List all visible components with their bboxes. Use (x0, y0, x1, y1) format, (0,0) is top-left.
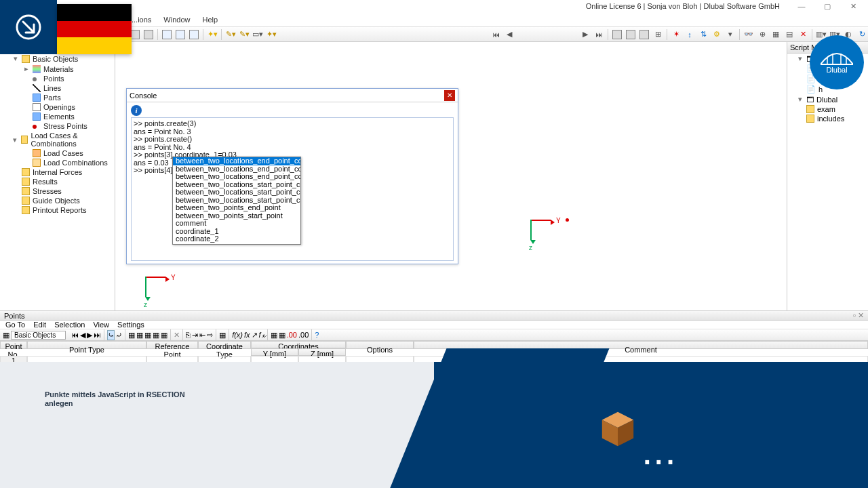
menu-item[interactable]: ...ions (129, 14, 154, 25)
autocomplete-item[interactable]: between_two_locations_end_point_coordina… (173, 173, 300, 181)
tree-parts[interactable]: Parts (0, 93, 115, 102)
toolbar-icon[interactable]: .00 (298, 331, 309, 339)
tree-basic-objects[interactable]: ▾Basic Objects (0, 54, 115, 64)
toolbar-icon[interactable]: ✶ (670, 28, 682, 41)
tree-materials[interactable]: ▸Materials (0, 64, 115, 74)
toolbar-icon[interactable] (611, 28, 623, 41)
delete-icon[interactable]: ✕ (174, 331, 180, 340)
tree-internal-forces[interactable]: Internal Forces (0, 167, 115, 177)
menu-view[interactable]: View (93, 321, 109, 329)
toolbar-icon[interactable]: ⤿ (107, 330, 115, 340)
toolbar-icon[interactable] (638, 28, 650, 41)
toolbar-icon[interactable]: ▦ (770, 28, 782, 41)
toolbar-icon[interactable]: ⚙ (711, 28, 723, 41)
nav-first-icon[interactable]: ⏮ (71, 331, 79, 339)
wand-icon[interactable]: ✦▾ (265, 28, 277, 41)
fx-icon[interactable]: f(x) (232, 331, 243, 339)
toolbar-icon[interactable]: ▦ (3, 331, 9, 340)
menu-settings[interactable]: Settings (117, 321, 144, 329)
toolbar-icon[interactable]: ▦ (144, 331, 151, 340)
toolbar-icon[interactable]: ↕ (684, 28, 696, 41)
autocomplete-item[interactable]: coordinate_1 (173, 228, 300, 236)
maximize-button[interactable]: ▢ (815, 0, 840, 12)
tree-elements[interactable]: Elements (0, 112, 115, 121)
toolbar-icon[interactable]: .00 (287, 331, 297, 339)
autocomplete-item[interactable]: between_two_locations_start_point_coordi… (173, 197, 300, 205)
toolbar-icon[interactable] (174, 28, 186, 41)
autocomplete-item[interactable]: coordinate_system (173, 243, 300, 245)
toolbar-icon[interactable]: ⇥ (192, 331, 198, 340)
toolbar-icon[interactable] (188, 28, 200, 41)
menu-selection[interactable]: Selection (54, 321, 85, 329)
toolbar-icon[interactable] (142, 28, 155, 41)
pencil-icon[interactable]: ✎▾ (238, 28, 250, 41)
nav-last-icon[interactable]: ⏭ (94, 331, 101, 339)
toolbar-icon[interactable]: ▦ (136, 331, 143, 340)
toolbar-icon[interactable]: ⊕ (756, 28, 768, 41)
toolbar-icon[interactable]: ▦ (219, 331, 226, 340)
menu-window[interactable]: Window (161, 14, 193, 25)
autocomplete-item[interactable]: between_two_locations_end_point_coordina… (173, 157, 300, 165)
model-viewport[interactable]: Y z Y z Console ✕ i >> points.create(3) … (115, 42, 787, 310)
console-close-button[interactable]: ✕ (444, 90, 455, 101)
tree-lcc[interactable]: ▾Load Cases & Combinations (0, 131, 115, 148)
table-selector[interactable]: Basic Objects (11, 331, 66, 340)
toolbar-icon[interactable]: ⇅ (697, 28, 709, 41)
rect-icon[interactable]: ▭▾ (252, 28, 264, 41)
tree-stress-points[interactable]: Stress Points (0, 121, 115, 131)
tree-dlubal-scripts[interactable]: ▾🗔Dlubal (787, 94, 868, 104)
autocomplete-item[interactable]: between_two_locations_start_point_coordi… (173, 181, 300, 189)
info-icon[interactable]: i (131, 105, 142, 116)
tree-item[interactable]: exam (787, 104, 868, 114)
autocomplete-item[interactable]: coordinate_2 (173, 235, 300, 243)
close-window-button[interactable]: ✕ (841, 0, 865, 12)
fx-icon[interactable]: fx (244, 331, 250, 339)
toolbar-icon[interactable]: ⤾ (116, 331, 122, 340)
toolbar-icon[interactable]: ⇨ (207, 331, 213, 340)
autocomplete-item[interactable]: between_two_locations_end_point_coordina… (173, 165, 300, 174)
points-table[interactable]: Point No. Point Type Reference Point Coo… (0, 341, 868, 364)
nav-first-icon[interactable]: ⏮ (490, 28, 502, 41)
toolbar-icon[interactable]: ▾ (724, 28, 736, 41)
delete-icon[interactable]: ✕ (797, 28, 809, 41)
tree-openings[interactable]: Openings (0, 102, 115, 112)
toolbar-icon[interactable]: ▦ (153, 331, 159, 340)
tree-points[interactable]: Points (0, 74, 115, 83)
menu-edit[interactable]: Edit (33, 321, 46, 329)
pencil-icon[interactable]: ✎▾ (224, 28, 237, 41)
help-icon[interactable]: ? (315, 331, 319, 339)
refresh-icon[interactable]: ↻ (856, 28, 868, 41)
autocomplete-item[interactable]: between_two_locations_start_point_coordi… (173, 188, 300, 197)
toolbar-icon[interactable]: ⊞ (652, 28, 664, 41)
toolbar-icon[interactable]: ▦ (128, 331, 135, 340)
nav-prev-icon[interactable]: ◀ (503, 28, 515, 41)
tree-stresses[interactable]: Stresses (0, 186, 115, 196)
minimize-button[interactable]: — (789, 0, 814, 12)
wand-icon[interactable]: ✦▾ (206, 28, 218, 41)
panel-controls[interactable]: ▫ ✕ (853, 311, 864, 320)
tree-results[interactable]: Results (0, 177, 115, 186)
autocomplete-popup[interactable]: between_two_locations_end_point_coordina… (172, 157, 301, 245)
autocomplete-item[interactable]: between_two_points_end_point (173, 204, 300, 212)
tree-item[interactable]: includes (787, 114, 868, 123)
menu-goto[interactable]: Go To (5, 321, 25, 329)
menu-help[interactable]: Help (199, 14, 220, 25)
toolbar-icon[interactable] (625, 28, 637, 41)
glasses-icon[interactable]: 👓 (743, 28, 755, 41)
console-textarea[interactable]: >> points.create(3) ans = Point No. 3 >>… (131, 117, 454, 261)
nav-last-icon[interactable]: ⏭ (593, 28, 605, 41)
tree-printout-reports[interactable]: Printout Reports (0, 205, 115, 215)
nav-prev-icon[interactable]: ◀ (80, 331, 85, 340)
toolbar-icon[interactable]: ⇤ (199, 331, 205, 340)
toolbar-icon[interactable]: ▦ (271, 331, 277, 340)
toolbar-icon[interactable]: ▦ (279, 331, 285, 340)
toolbar-icon[interactable]: ▤ (783, 28, 795, 41)
tree-load-cases[interactable]: Load Cases (0, 148, 115, 158)
toolbar-icon[interactable]: ⎘ (186, 331, 191, 339)
fx-icon[interactable]: f𝔁 (259, 331, 264, 340)
tree-lines[interactable]: Lines (0, 83, 115, 93)
nav-next-icon[interactable]: ▶ (579, 28, 591, 41)
toolbar-icon[interactable] (161, 28, 173, 41)
toolbar-icon[interactable]: ↗ (252, 331, 258, 340)
autocomplete-item[interactable]: comment (173, 220, 300, 228)
